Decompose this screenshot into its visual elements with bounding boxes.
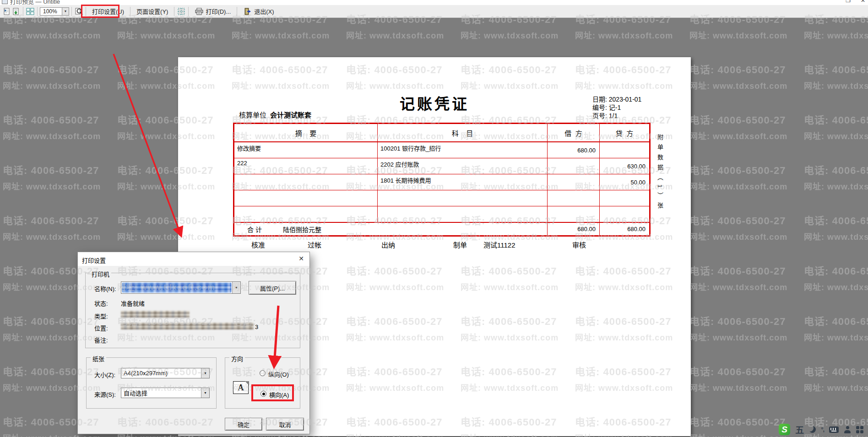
toolbar-separator (23, 7, 23, 16)
signature-cashier: 出纳 (381, 240, 395, 249)
print-setup-button[interactable]: 打印设置(U) (88, 5, 128, 17)
col-header-debit: 借 方 (547, 124, 599, 141)
toolbar-separator (188, 7, 189, 16)
paper-source-select[interactable]: 自动选择 ▼ (121, 388, 210, 398)
print-button[interactable]: 打印(D)... (191, 5, 234, 17)
cell-account (377, 190, 547, 206)
chevron-down-icon[interactable]: ▼ (232, 282, 240, 293)
col-header-credit: 贷 方 (599, 124, 649, 141)
chevron-down-icon[interactable]: ▼ (62, 7, 69, 16)
voucher-number: 编号: 记-1 (592, 103, 641, 112)
total-debit: 680.00 (547, 223, 599, 235)
table-row: 1801 长期待摊费用 50.00 (234, 174, 649, 190)
portrait-radio[interactable] (260, 370, 266, 376)
keyboard-icon[interactable] (829, 426, 839, 433)
voucher-page-number: 页号: 1/1 (592, 112, 641, 120)
zoom-level-select[interactable]: 100% ▼ (40, 7, 69, 16)
cell-credit: 50.00 (599, 174, 649, 190)
ime-bar: S 五 °, (779, 423, 863, 436)
punctuation-icon[interactable]: °, (821, 426, 824, 433)
cancel-button[interactable]: 取消 (266, 418, 304, 431)
exit-door-icon (243, 7, 252, 16)
cell-debit (547, 190, 599, 206)
cell-credit (599, 206, 649, 222)
accounting-unit-value: 会计测试账套 (270, 110, 311, 119)
prev-page-icon[interactable] (2, 7, 11, 16)
chevron-down-icon[interactable]: ▼ (201, 368, 209, 378)
window-title: 打印预览 — Untitle (10, 0, 60, 5)
paper-source-label: 来源(S): (94, 390, 116, 399)
table-row (234, 206, 649, 222)
toolbar: 100% ▼ 打印设置(U) 页面设置(Y) 打印(D)... 退出(X) (0, 5, 868, 18)
multi-page-view-icon[interactable] (26, 7, 35, 16)
page-setup-button[interactable]: 页面设置(Y) (133, 5, 172, 17)
print-button-label: 打印(D)... (206, 7, 231, 16)
toolbar-separator (237, 7, 237, 16)
exit-button[interactable]: 退出(X) (239, 5, 277, 17)
toolbar-separator (174, 7, 174, 16)
zoom-level-value[interactable]: 100% (40, 7, 62, 16)
cell-credit (599, 190, 649, 206)
signature-maker-label: 制单 (453, 240, 467, 249)
window-titlebar: 打印预览 — Untitle ❐ ✕ (0, 0, 868, 5)
print-setup-dialog: 打印设置 ✕ 打印机 名称(N): ▼ 属性(P)... 状态: 准备就绪 类型… (77, 252, 310, 434)
app-window-icon (2, 0, 8, 4)
cell-account: 2202 应付账款 (377, 158, 547, 174)
cell-debit (547, 174, 599, 190)
cell-credit (599, 142, 649, 158)
grid-toggle-icon[interactable] (177, 7, 186, 16)
landscape-radio-label[interactable]: 横向(A) (269, 390, 289, 399)
restore-window-icon[interactable]: ❐ (846, 0, 851, 4)
cell-account: 1801 长期待摊费用 (377, 174, 547, 190)
printer-name-label: 名称(N): (94, 284, 116, 293)
chevron-down-icon[interactable]: ▼ (201, 388, 209, 398)
toolbar-separator (86, 7, 86, 16)
next-page-icon[interactable] (11, 7, 21, 16)
toolbar-separator (71, 7, 72, 16)
printer-group-label: 打印机 (90, 270, 111, 278)
paper-group-label: 纸张 (91, 354, 106, 363)
ok-button[interactable]: 确定 (225, 418, 262, 431)
dialog-close-icon[interactable]: ✕ (298, 255, 304, 262)
table-row: 222 2202 应付账款 630.00 (234, 158, 649, 174)
cell-account (377, 206, 547, 222)
printer-location-suffix: 3 (255, 324, 258, 330)
col-header-account: 科 目 (377, 124, 547, 141)
close-window-icon[interactable]: ✕ (861, 0, 865, 4)
printer-name-selection (122, 283, 231, 292)
ime-mode-wubi[interactable]: 五 (795, 423, 804, 436)
paper-group: 纸张 (86, 357, 217, 409)
landscape-radio[interactable] (260, 391, 266, 397)
cell-debit (547, 206, 599, 222)
printer-comment-label: 备注: (94, 335, 108, 344)
col-header-summary: 摘 要 (234, 124, 377, 141)
person-icon[interactable] (844, 426, 851, 433)
dialog-titlebar: 打印设置 ✕ (78, 252, 309, 266)
grid-menu-icon[interactable] (856, 426, 863, 433)
cell-summary (234, 206, 377, 222)
signature-post: 过帐 (308, 240, 321, 249)
dialog-title: 打印设置 (82, 256, 106, 264)
voucher-info-block: 日期: 2023-01-01 编号: 记-1 页号: 1/1 (592, 95, 641, 120)
paper-size-select[interactable]: A4(210x297mm) ▼ (121, 368, 210, 378)
voucher-table: 摘 要 科 目 借 方 贷 方 修改摘要 100201 银行存款_招行 680.… (233, 123, 651, 237)
signature-review: 审核 (572, 240, 586, 249)
redacted-printer-location (121, 323, 254, 329)
toolbar-separator (130, 7, 130, 16)
printer-name-select[interactable]: ▼ (121, 281, 241, 294)
paper-size-value: A4(210x297mm) (121, 370, 201, 377)
cell-credit: 630.00 (599, 158, 649, 174)
voucher-date: 日期: 2023-01-01 (592, 95, 641, 103)
accounting-unit-label: 核算单位 (239, 110, 266, 119)
sogou-logo-icon[interactable]: S (779, 424, 790, 435)
moon-icon[interactable] (809, 426, 816, 433)
cell-summary: 修改摘要 (234, 142, 377, 158)
cell-debit (547, 158, 599, 174)
portrait-radio-label[interactable]: 纵向(O) (268, 370, 289, 378)
printer-status-value: 准备就绪 (121, 299, 145, 308)
signature-approve: 核准 (251, 240, 265, 249)
properties-button[interactable]: 属性(P)... (249, 281, 296, 295)
zoom-magnifier-icon[interactable] (74, 7, 83, 16)
cell-account: 100201 银行存款_招行 (377, 142, 547, 158)
cell-summary: 222 (234, 158, 377, 174)
